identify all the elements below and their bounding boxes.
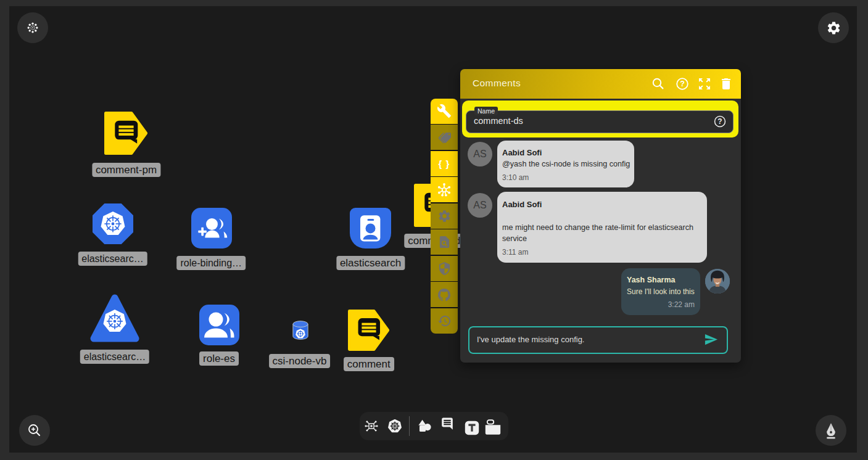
svg-text:?: ?	[680, 80, 685, 88]
svg-text:?: ?	[717, 117, 722, 126]
